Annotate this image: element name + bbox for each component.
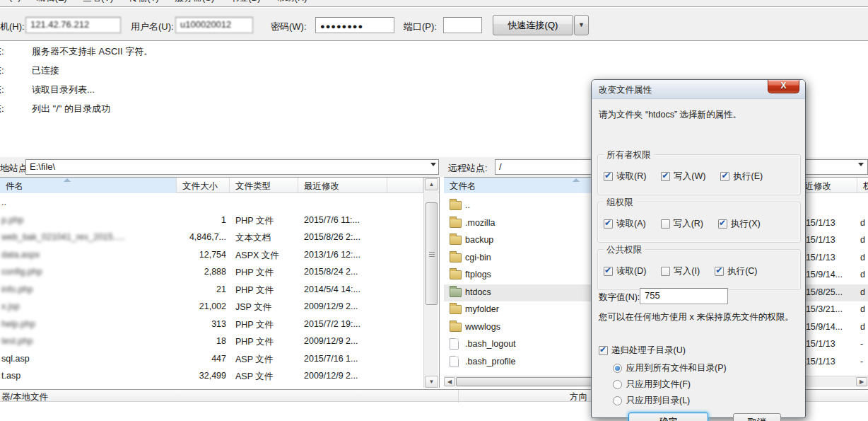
table-row[interactable]: .. — [0, 195, 439, 212]
menu-item[interactable]: 传输(T) — [121, 0, 167, 4]
group-legend: 公共权限 — [604, 244, 645, 256]
permission-checkbox[interactable]: 执行(X) — [718, 218, 761, 230]
menu-item[interactable]: (F) — [1, 0, 29, 4]
folder-icon — [450, 253, 462, 263]
permission-checkbox[interactable]: 写入(R) — [661, 218, 703, 230]
radio-files-only[interactable]: 只应用到文件(F) — [613, 379, 691, 391]
checkbox-label: 读取(A) — [616, 218, 646, 230]
filename: htdocs — [465, 287, 491, 297]
modified-date: 2015/7/6 11:... — [304, 215, 360, 225]
checkbox-icon — [718, 219, 727, 229]
port-input[interactable] — [443, 17, 482, 33]
filename: ftplogs — [465, 270, 491, 279]
local-column-modified[interactable]: 最近修改 — [298, 178, 387, 193]
permission-checkbox[interactable]: 执行(C) — [715, 265, 757, 277]
table-row[interactable]: sql.asp447ASP 文件2015/7/16 1... — [0, 351, 439, 368]
filename-redacted: info.php — [1, 284, 33, 294]
permission-checkbox[interactable]: 写入(I) — [661, 265, 700, 277]
table-row[interactable]: config.php2,888PHP 文件2015/8/24 2... — [0, 264, 439, 281]
remote-site-label: 远程站点: — [448, 162, 488, 175]
table-row[interactable]: info.php21PHP 文件2014/5/4 14:... — [0, 282, 439, 299]
close-icon[interactable]: X — [768, 80, 799, 93]
filetype: JSP 文件 — [235, 301, 271, 313]
remote-site-path: / — [499, 161, 502, 172]
filename-redacted: p.php — [1, 215, 23, 225]
queue-column-direction[interactable]: 方向 — [570, 391, 587, 403]
filename: cgi-bin — [465, 253, 491, 263]
scroll-up-icon[interactable]: ▲ — [425, 178, 438, 190]
permission-checkbox[interactable]: 写入(W) — [661, 171, 705, 183]
numeric-value-input[interactable]: 755 — [640, 288, 728, 304]
quickconnect-button[interactable]: 快速连接(Q) — [493, 15, 573, 35]
filetype: PHP 文件 — [235, 336, 274, 348]
local-site-combo[interactable]: E:\file\ — [25, 159, 439, 175]
log-message: 已连接 — [32, 64, 59, 77]
table-row[interactable]: test.php18PHP 文件2009/12/9 2... — [0, 333, 439, 350]
log-line: 态:已连接 — [0, 64, 868, 79]
filename-redacted: test.php — [1, 336, 33, 346]
dropdown-arrow-icon[interactable] — [858, 163, 864, 166]
local-vertical-scrollbar[interactable]: ▲ ▼ — [423, 178, 438, 388]
filename: .bash_logout — [465, 339, 516, 349]
dialog-titlebar[interactable]: 改变文件属性 X — [592, 80, 805, 99]
dropdown-arrow-icon[interactable] — [430, 163, 436, 166]
table-row[interactable]: x.jsp21,002JSP 文件2009/12/9 2... — [0, 299, 439, 316]
menu-item[interactable]: 帮助(H) — [269, 0, 315, 4]
table-row[interactable]: p.php1PHP 文件2015/7/6 11:... — [0, 212, 439, 229]
filetype: PHP 文件 — [235, 215, 274, 227]
queue-column-file[interactable]: 器/本地文件 — [1, 391, 48, 403]
permissions: d — [860, 253, 865, 263]
log-message: 列出 "/" 的目录成功 — [32, 103, 110, 115]
filename: myfolder — [465, 304, 499, 314]
checkbox-icon — [599, 346, 608, 355]
scroll-left-icon[interactable]: ◀ — [444, 377, 455, 386]
local-column-filesize[interactable]: 文件大小 — [177, 178, 230, 193]
folder-icon — [450, 201, 462, 210]
checkbox-icon — [715, 267, 724, 276]
log-message: 读取目录列表... — [32, 83, 95, 96]
username-input[interactable]: u100020012 — [175, 17, 253, 33]
cancel-button[interactable]: 取消 — [733, 413, 781, 421]
modified-date: 2015/8/26 2:... — [304, 232, 360, 242]
menu-bar: (F)编辑(E)查看(V)传输(T)服务器(S)书签(B)帮助(H) — [0, 0, 868, 7]
password-input[interactable]: ●●●●●●●● — [315, 17, 394, 33]
permission-checkbox[interactable]: 读取(A) — [604, 218, 646, 230]
filename: .. — [465, 200, 470, 210]
remote-column-permissions[interactable]: 权限 — [857, 178, 868, 193]
modified-date: 2015/8/24 2... — [304, 267, 358, 277]
table-row[interactable]: data.aspx12,754ASPX 文件2013/1/6 12:... — [0, 247, 439, 264]
filename-redacted: data.aspx — [1, 250, 40, 260]
quickconnect-toolbar: 机(H): 121.42.76.212 用户名(U): u100020012 密… — [0, 8, 868, 41]
local-column-filetype[interactable]: 文件类型 — [230, 178, 298, 193]
column-separator[interactable] — [458, 390, 459, 403]
menu-item[interactable]: 书签(B) — [222, 0, 268, 4]
permission-checkbox[interactable]: 执行(E) — [720, 171, 763, 183]
ok-button[interactable]: 确定 — [628, 413, 708, 421]
radio-dirs-only[interactable]: 只应用到目录(L) — [613, 395, 690, 407]
scroll-right-icon[interactable]: ▶ — [856, 377, 867, 386]
checkbox-icon — [720, 172, 729, 181]
menu-item[interactable]: 编辑(E) — [29, 0, 75, 4]
table-row[interactable]: web_bak_021041_res_2015.....4,846,7...文本… — [0, 229, 439, 246]
table-row[interactable]: t.asp32,499ASP 文件2009/12/9 2... — [0, 368, 439, 385]
permission-checkbox[interactable]: 读取(D) — [604, 265, 646, 277]
folder-icon — [450, 288, 462, 297]
filesize: 21 — [163, 284, 226, 294]
permission-checkbox[interactable]: 读取(R) — [604, 171, 646, 183]
recurse-subdirs-checkbox[interactable]: 递归处理子目录(U) — [599, 345, 686, 357]
checkbox-icon — [604, 219, 613, 229]
table-row[interactable]: help.php313PHP 文件2015/7/2 19:... — [0, 316, 439, 333]
checkbox-label: 写入(I) — [674, 265, 700, 277]
log-status-label: 态: — [0, 83, 4, 96]
quickconnect-dropdown-icon[interactable]: ▼ — [574, 15, 589, 35]
host-input[interactable]: 121.42.76.212 — [25, 17, 121, 33]
folder-icon — [450, 323, 462, 332]
folder-icon — [450, 270, 462, 279]
scroll-down-icon[interactable]: ▼ — [425, 376, 438, 388]
menu-item[interactable]: 查看(V) — [75, 0, 121, 4]
local-column-filename[interactable]: 件名 — [0, 178, 177, 193]
menu-item[interactable]: 服务器(S) — [167, 0, 222, 4]
group-legend: 组权限 — [604, 197, 636, 209]
radio-apply-all[interactable]: 应用到所有文件和目录(P) — [613, 362, 727, 374]
scrollbar-thumb[interactable] — [426, 202, 438, 305]
